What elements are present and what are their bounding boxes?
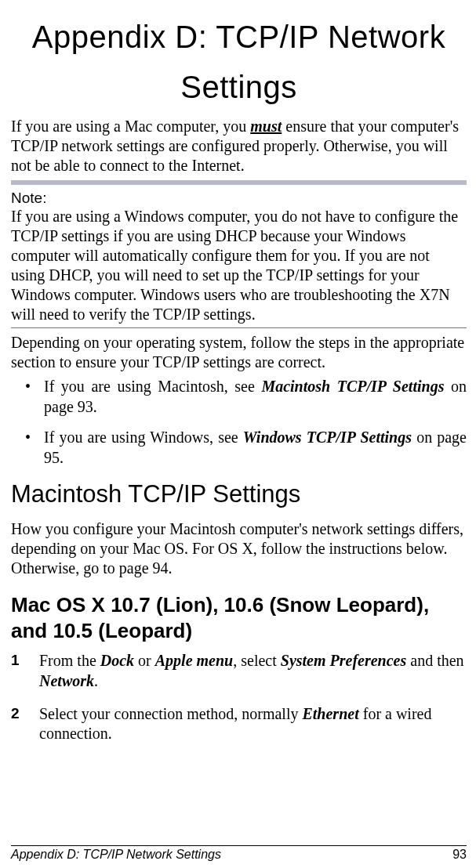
subsection-heading: Mac OS X 10.7 (Lion), 10.6 (Snow Leopard… bbox=[11, 592, 467, 643]
step-text: or bbox=[134, 652, 155, 669]
step-bold-text: Network bbox=[39, 672, 94, 689]
section-body: How you configure your Macintosh compute… bbox=[11, 519, 467, 578]
note-body: If you are using a Windows computer, you… bbox=[11, 207, 467, 324]
page-footer: Appendix D: TCP/IP Network Settings 93 bbox=[11, 845, 467, 862]
section-heading: Macintosh TCP/IP Settings bbox=[11, 480, 467, 508]
bullet-list: If you are using Macintosh, see Macintos… bbox=[11, 377, 467, 468]
step-item: Select your connection method, normally … bbox=[11, 704, 467, 744]
bullet-bold: Windows TCP/IP Settings bbox=[243, 429, 412, 446]
steps-list: From the Dock or Apple menu, select Syst… bbox=[11, 651, 467, 743]
footer-page-number: 93 bbox=[452, 848, 467, 862]
bullet-pre: If you are using Macintosh, see bbox=[44, 378, 261, 395]
bullet-bold: Macintosh TCP/IP Settings bbox=[261, 378, 444, 395]
note-label: Note: bbox=[11, 190, 467, 207]
intro-paragraph: If you are using a Mac computer, you mus… bbox=[11, 117, 467, 175]
step-text: From the bbox=[39, 652, 100, 669]
step-bold-text: System Preferences bbox=[281, 652, 407, 669]
intro-pre: If you are using a Mac computer, you bbox=[11, 118, 250, 135]
footer-title: Appendix D: TCP/IP Network Settings bbox=[11, 848, 221, 862]
step-text: , select bbox=[233, 652, 281, 669]
divider-thin bbox=[11, 327, 467, 328]
bullet-item: If you are using Windows, see Windows TC… bbox=[11, 428, 467, 468]
bullet-pre: If you are using Windows, see bbox=[44, 429, 243, 446]
step-item: From the Dock or Apple menu, select Syst… bbox=[11, 651, 467, 691]
step-bold-text: Dock bbox=[100, 652, 134, 669]
intro-must: must bbox=[250, 118, 282, 135]
step-text: . bbox=[94, 672, 98, 689]
bullet-item: If you are using Macintosh, see Macintos… bbox=[11, 377, 467, 417]
page-title: Appendix D: TCP/IP Network Settings bbox=[11, 12, 467, 112]
step-text: and then bbox=[406, 652, 463, 669]
divider-thick bbox=[11, 180, 467, 185]
step-bold-text: Ethernet bbox=[302, 705, 358, 722]
step-bold-text: Apple menu bbox=[155, 652, 233, 669]
depending-paragraph: Depending on your operating system, foll… bbox=[11, 333, 467, 372]
step-text: Select your connection method, normally bbox=[39, 705, 302, 722]
